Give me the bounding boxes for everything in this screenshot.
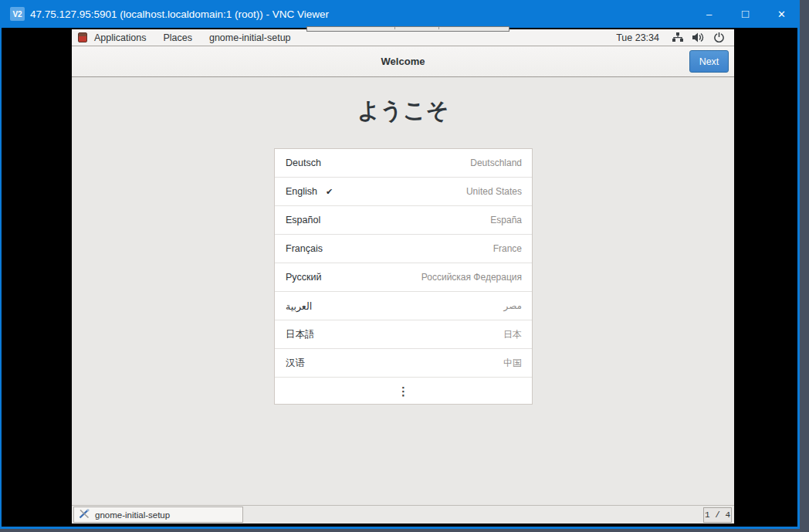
taskbar-item-gnome-initial-setup[interactable]: gnome-initial-setup <box>73 507 243 523</box>
vnc-viewer-window: V2 47.75.127.95:5901 (localhost.localdom… <box>0 0 800 529</box>
network-icon[interactable] <box>672 32 683 43</box>
vnc-toolbar-collapsed[interactable] <box>306 26 509 32</box>
power-icon[interactable] <box>713 32 725 43</box>
vnc-logo-icon: V2 <box>10 7 25 21</box>
language-region: 日本 <box>503 328 522 341</box>
window-list-taskbar: gnome-initial-setup 1 / 4 <box>72 505 734 524</box>
next-button[interactable]: Next <box>689 50 729 73</box>
taskbar-item-label: gnome-initial-setup <box>95 510 170 520</box>
tools-icon <box>79 509 90 520</box>
language-name: 日本語 <box>286 328 315 341</box>
clock[interactable]: Tue 23:34 <box>608 32 667 43</box>
language-name: العربية <box>286 300 312 312</box>
menu-active-app[interactable]: gnome-initial-setup <box>201 29 300 46</box>
maximize-button[interactable]: □ <box>727 0 763 28</box>
header-bar: Welcome Next <box>72 46 734 77</box>
language-list: Deutsch Deutschland English ✔ United Sta… <box>274 148 533 405</box>
language-name: Deutsch <box>286 158 321 168</box>
close-button[interactable]: ✕ <box>763 0 800 28</box>
screen: V2 47.75.127.95:5901 (localhost.localdom… <box>0 0 809 532</box>
language-region: España <box>490 215 522 225</box>
language-name: 汉语 <box>286 357 305 370</box>
welcome-heading: ようこそ <box>72 96 734 127</box>
selected-check-icon: ✔ <box>326 187 333 197</box>
remote-desktop: Applications Places gnome-initial-setup … <box>72 29 734 524</box>
language-row-francais[interactable]: Français France <box>275 235 532 263</box>
menu-applications[interactable]: Applications <box>86 29 154 46</box>
minimize-button[interactable]: – <box>691 0 727 28</box>
menu-places[interactable]: Places <box>154 29 201 46</box>
more-ellipsis-icon: ⋮ <box>398 385 409 398</box>
page-title: Welcome <box>72 46 734 76</box>
language-row-japanese[interactable]: 日本語 日本 <box>275 320 532 349</box>
language-name: English <box>286 186 317 197</box>
window-controls: – □ ✕ <box>691 0 800 28</box>
language-region: Deutschland <box>470 158 522 168</box>
maximize-icon: □ <box>742 7 749 20</box>
language-name: Русский <box>286 272 321 283</box>
language-region: Российская Федерация <box>421 272 522 283</box>
language-row-deutsch[interactable]: Deutsch Deutschland <box>275 149 532 178</box>
language-region: مصر <box>504 300 522 311</box>
welcome-page: ようこそ Deutsch Deutschland English ✔ Unite… <box>72 77 734 505</box>
vnc-titlebar[interactable]: V2 47.75.127.95:5901 (localhost.localdom… <box>0 0 800 28</box>
language-region: France <box>493 243 522 254</box>
language-region: United States <box>466 186 522 197</box>
toolbar-tick <box>394 27 395 29</box>
status-area: Tue 23:34 <box>608 32 734 43</box>
more-languages-button[interactable]: ⋮ <box>275 378 532 405</box>
language-row-arabic[interactable]: العربية مصر <box>275 292 532 320</box>
workspace-indicator[interactable]: 1 / 4 <box>703 507 732 523</box>
language-row-chinese[interactable]: 汉语 中国 <box>275 349 532 378</box>
volume-icon[interactable] <box>692 32 704 43</box>
language-region: 中国 <box>503 357 522 370</box>
language-row-english[interactable]: English ✔ United States <box>275 178 532 206</box>
language-name: Español <box>286 215 320 225</box>
window-title: 47.75.127.95:5901 (localhost.localdomain… <box>30 0 329 28</box>
language-row-espanol[interactable]: Español España <box>275 206 532 235</box>
language-row-russian[interactable]: Русский Российская Федерация <box>275 263 532 292</box>
language-name: Français <box>286 243 323 254</box>
toolbar-tick <box>438 27 439 29</box>
gnome-top-bar: Applications Places gnome-initial-setup … <box>72 29 734 46</box>
